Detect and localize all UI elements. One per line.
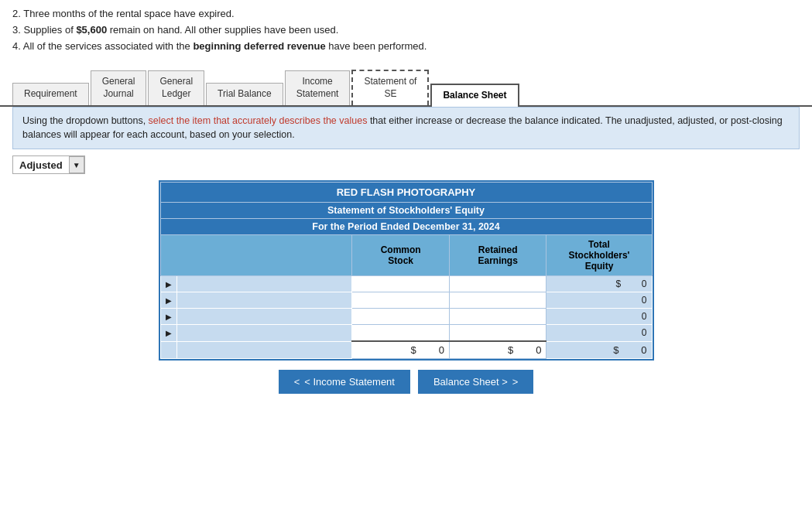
label-input-4[interactable] — [182, 328, 347, 337]
total-common-stock: $ 0 — [352, 341, 450, 359]
statement-table: RED FLASH PHOTOGRAPHY Statement of Stock… — [160, 182, 653, 359]
retained-earnings-input-3[interactable] — [454, 311, 542, 322]
label-4[interactable] — [177, 325, 352, 342]
prev-label: < Income Statement — [304, 376, 395, 388]
label-input-2[interactable] — [182, 296, 347, 305]
label-input-3[interactable] — [182, 312, 347, 321]
common-stock-input-4[interactable] — [357, 327, 444, 338]
retained-earnings-4[interactable] — [449, 325, 546, 342]
total-row-label — [177, 341, 352, 359]
note-4: 4. All of the services associated with t… — [12, 39, 800, 55]
company-name: RED FLASH PHOTOGRAPHY — [160, 183, 652, 203]
retained-earnings-input-2[interactable] — [454, 295, 542, 306]
main-content: RED FLASH PHOTOGRAPHY Statement of Stock… — [0, 180, 812, 406]
common-stock-input-2[interactable] — [357, 295, 444, 306]
tab-income-statement[interactable]: IncomeStatement — [285, 70, 351, 104]
data-row-1: ▶ $ 0 — [160, 276, 652, 292]
tab-requirement[interactable]: Requirement — [12, 83, 89, 105]
total-equity-col-header: TotalStockholders'Equity — [546, 235, 652, 276]
tab-statement-se[interactable]: Statement ofSE — [351, 70, 429, 104]
common-stock-1[interactable] — [352, 276, 450, 292]
arrow-3: ▶ — [160, 309, 177, 325]
total-row-arrow — [160, 341, 177, 359]
arrow-2: ▶ — [160, 292, 177, 309]
label-input-1[interactable] — [182, 279, 347, 289]
note-2: 2. Three months of the rental space have… — [12, 6, 800, 22]
tab-general-journal[interactable]: GeneralJournal — [91, 70, 147, 104]
total-retained-earnings: $ 0 — [449, 341, 546, 359]
label-col-header — [160, 235, 352, 276]
common-stock-input-1[interactable] — [357, 279, 444, 289]
total-4: 0 — [546, 325, 652, 342]
period-row: For the Period Ended December 31, 2024 — [160, 219, 652, 235]
prev-button[interactable]: < < Income Statement — [279, 370, 410, 394]
prev-icon: < — [294, 376, 300, 388]
nav-buttons: < < Income Statement Balance Sheet > > — [159, 370, 654, 394]
retained-earnings-input-4[interactable] — [454, 327, 542, 338]
retained-earnings-col-header: RetainedEarnings — [449, 235, 546, 276]
company-name-row: RED FLASH PHOTOGRAPHY — [160, 183, 652, 203]
data-row-3: ▶ 0 — [160, 309, 652, 325]
company-table-wrapper: RED FLASH PHOTOGRAPHY Statement of Stock… — [159, 180, 654, 361]
arrow-4: ▶ — [160, 325, 177, 342]
notes-section: 2. Three months of the rental space have… — [0, 0, 812, 62]
next-button[interactable]: Balance Sheet > > — [418, 370, 533, 394]
total-1: $ 0 — [546, 276, 652, 292]
dropdown-row: Adjusted ▼ — [0, 149, 812, 180]
column-headers-row: CommonStock RetainedEarnings TotalStockh… — [160, 235, 652, 276]
common-stock-4[interactable] — [352, 325, 450, 342]
common-stock-col-header: CommonStock — [352, 235, 450, 276]
common-stock-2[interactable] — [352, 292, 450, 309]
tab-general-ledger[interactable]: GeneralLedger — [148, 70, 204, 104]
info-text-1: Using the dropdown buttons, — [22, 115, 149, 126]
label-3[interactable] — [177, 309, 352, 325]
total-3: 0 — [546, 309, 652, 325]
total-2: 0 — [546, 292, 652, 309]
arrow-1: ▶ — [160, 276, 177, 292]
period-label: For the Period Ended December 31, 2024 — [160, 219, 652, 235]
statement-title: Statement of Stockholders' Equity — [160, 203, 652, 219]
dropdown-chevron-icon[interactable]: ▼ — [69, 156, 84, 173]
total-row: $ 0 $ 0 $ 0 — [160, 341, 652, 359]
label-1[interactable] — [177, 276, 352, 292]
data-row-4: ▶ 0 — [160, 325, 652, 342]
adjusted-dropdown-container[interactable]: Adjusted ▼ — [12, 155, 85, 174]
tab-navigation: Requirement GeneralJournal GeneralLedger… — [0, 70, 812, 106]
data-row-2: ▶ 0 — [160, 292, 652, 309]
info-highlight: select the item that accurately describe… — [149, 115, 368, 126]
next-icon: > — [512, 376, 519, 388]
info-box: Using the dropdown buttons, select the i… — [12, 107, 800, 150]
common-stock-3[interactable] — [352, 309, 450, 325]
tab-trial-balance[interactable]: Trial Balance — [206, 83, 283, 105]
tab-balance-sheet[interactable]: Balance Sheet — [430, 84, 519, 107]
retained-earnings-3[interactable] — [449, 309, 546, 325]
retained-earnings-input-1[interactable] — [454, 279, 542, 289]
statement-title-row: Statement of Stockholders' Equity — [160, 203, 652, 219]
note-3: 3. Supplies of $5,600 remain on hand. Al… — [12, 22, 800, 39]
common-stock-input-3[interactable] — [357, 311, 444, 322]
total-equity: $ 0 — [546, 341, 652, 359]
retained-earnings-1[interactable] — [449, 276, 546, 292]
next-label: Balance Sheet > — [433, 376, 508, 388]
dropdown-label: Adjusted — [13, 157, 69, 173]
label-2[interactable] — [177, 292, 352, 309]
retained-earnings-2[interactable] — [449, 292, 546, 309]
